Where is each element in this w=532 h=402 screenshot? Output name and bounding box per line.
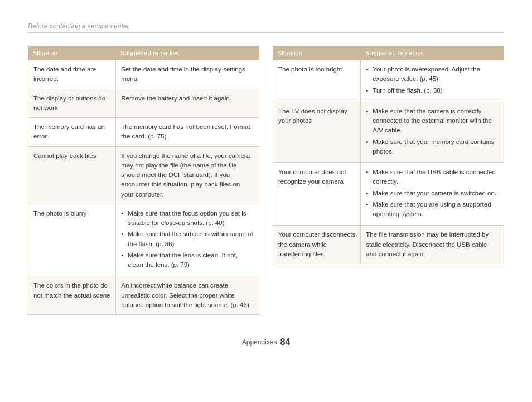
remedy-cell: Make sure that the camera is correctly c… — [361, 102, 504, 162]
left-col2-header: Suggested remedies — [116, 46, 259, 60]
table-row: The memory card has an errorThe memory c… — [28, 118, 259, 147]
list-item: Make sure that your camera is switched o… — [366, 189, 499, 198]
situation-cell: The date and time are incorrect — [28, 60, 116, 89]
list-item: Make sure that the camera is correctly c… — [366, 107, 499, 136]
list-item: Make sure that the focus option you set … — [121, 209, 254, 228]
footer-label: Appendixes — [242, 338, 277, 346]
table-row: Your computer does not recognize your ca… — [273, 163, 504, 226]
right-col1-header: Situation — [273, 46, 361, 60]
right-col2-header: Suggested remedies — [361, 46, 504, 60]
situation-cell: Cannot play back files — [28, 146, 116, 204]
situation-cell: The TV does not display your photos — [273, 102, 361, 162]
tables-wrapper: Situation Suggested remedies The date an… — [28, 46, 504, 315]
left-table: Situation Suggested remedies The date an… — [28, 46, 259, 315]
list-item: Make sure that the USB cable is connecte… — [366, 168, 499, 187]
remedy-cell: The memory card has not been reset. Form… — [116, 118, 259, 147]
left-col1-header: Situation — [28, 46, 116, 60]
page-footer: Appendixes 84 — [28, 337, 504, 347]
remedy-cell: An incorrect white balance can create un… — [116, 276, 259, 315]
remedy-cell: Your photo is overexposed. Adjust the ex… — [361, 60, 504, 102]
right-table: Situation Suggested remedies The photo i… — [273, 46, 504, 264]
list-item: Make sure that the subject is within ran… — [121, 229, 254, 249]
situation-cell: Your computer does not recognize your ca… — [273, 163, 361, 226]
list-item: Make sure that the lens is clean. If not… — [121, 251, 254, 270]
list-item: Make sure that you are using a supported… — [366, 200, 499, 219]
situation-cell: Your computer disconnects the camera whi… — [273, 226, 361, 264]
remedy-cell: Make sure that the focus option you set … — [116, 204, 259, 276]
table-row: The photo is too brightYour photo is ove… — [273, 60, 504, 102]
remedy-cell: Set the date and time in the display set… — [116, 60, 259, 89]
situation-cell: The photo is too bright — [273, 60, 361, 102]
list-item: Your photo is overexposed. Adjust the ex… — [366, 65, 499, 84]
page-header: Before contacting a service center — [28, 22, 504, 30]
list-item: Make sure that your memory card contains… — [366, 137, 499, 157]
page-number: 84 — [280, 337, 290, 347]
situation-cell: The display or buttons do not work — [28, 89, 116, 118]
table-row: The display or buttons do not workRemove… — [28, 89, 259, 118]
header-divider — [28, 32, 504, 33]
remedy-cell: Remove the battery and insert it again. — [116, 89, 259, 118]
list-item: Turn off the flash. (p. 38) — [366, 86, 499, 95]
right-table-section: Situation Suggested remedies The photo i… — [273, 46, 504, 264]
table-row: The TV does not display your photosMake … — [273, 102, 504, 162]
situation-cell: The memory card has an error — [28, 118, 116, 147]
table-row: Cannot play back filesIf you change the … — [28, 146, 259, 204]
situation-cell: The photo is blurry — [28, 204, 116, 276]
remedy-cell: If you change the name of a file, your c… — [116, 146, 259, 204]
table-row: The photo is blurryMake sure that the fo… — [28, 204, 259, 276]
table-row: Your computer disconnects the camera whi… — [273, 226, 504, 264]
left-table-section: Situation Suggested remedies The date an… — [28, 46, 259, 315]
remedy-cell: Make sure that the USB cable is connecte… — [361, 163, 504, 226]
table-row: The date and time are incorrectSet the d… — [28, 60, 259, 89]
table-row: The colors in the photo do not match the… — [28, 276, 259, 315]
situation-cell: The colors in the photo do not match the… — [28, 276, 116, 315]
remedy-cell: The file transmission may be interrupted… — [361, 226, 504, 264]
